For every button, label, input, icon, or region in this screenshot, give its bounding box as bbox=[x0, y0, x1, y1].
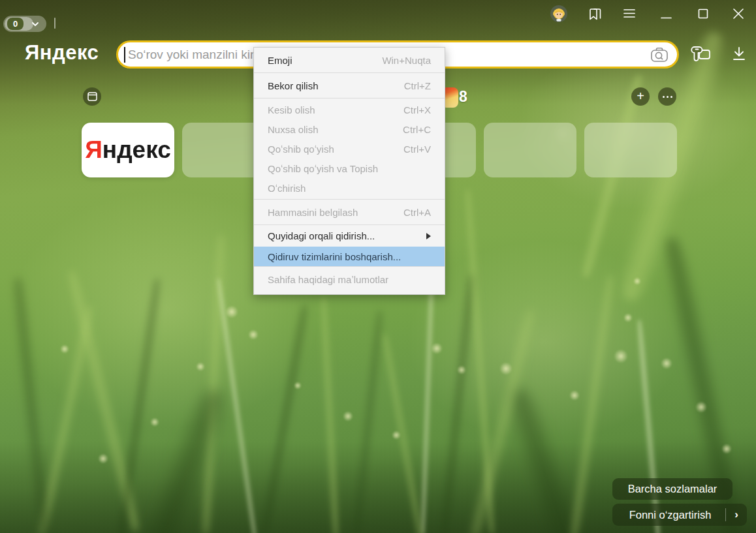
grass-blade bbox=[635, 320, 663, 533]
grass-blade bbox=[439, 274, 477, 533]
bookmarks-icon[interactable] bbox=[586, 5, 603, 22]
bokeh-light bbox=[623, 313, 633, 322]
menu-item-delete: Oʻchirish bbox=[254, 178, 445, 198]
bokeh-light bbox=[499, 362, 512, 375]
yandex-toolbar-logo[interactable]: Яндекс bbox=[25, 41, 99, 65]
bokeh-light bbox=[614, 349, 628, 363]
menu-item-copy: Nuxsa olish Ctrl+C bbox=[254, 119, 445, 139]
yandex-tile-logo: Яндекс bbox=[85, 136, 171, 164]
tile-yandex[interactable]: Яндекс bbox=[82, 123, 174, 177]
hamburger-menu-icon[interactable] bbox=[623, 8, 635, 18]
bokeh-light bbox=[392, 431, 401, 440]
bokeh-light bbox=[343, 411, 353, 421]
tile-5[interactable] bbox=[484, 123, 576, 177]
menu-item-cut: Kesib olish Ctrl+X bbox=[254, 100, 445, 119]
bokeh-light bbox=[695, 401, 707, 413]
notification-count: 8 bbox=[459, 87, 467, 107]
grass-blade bbox=[259, 304, 310, 533]
more-options-button[interactable] bbox=[658, 87, 676, 106]
toolbar-divider bbox=[54, 18, 55, 29]
bokeh-light bbox=[721, 444, 732, 454]
bokeh-light bbox=[196, 362, 205, 371]
chevron-right-icon[interactable]: › bbox=[726, 508, 747, 521]
download-icon[interactable] bbox=[729, 45, 749, 63]
minimize-button[interactable] bbox=[661, 17, 672, 19]
bokeh-light bbox=[431, 343, 443, 354]
close-button[interactable] bbox=[732, 8, 744, 20]
grass-blade bbox=[11, 277, 52, 533]
bokeh-light bbox=[569, 390, 580, 401]
grass-blade bbox=[319, 297, 340, 533]
add-tile-button[interactable]: + bbox=[631, 87, 650, 106]
submenu-arrow-icon bbox=[426, 233, 431, 239]
profile-avatar[interactable] bbox=[550, 5, 567, 22]
tab-count-badge: 0 bbox=[7, 18, 24, 30]
ellipsis-icon bbox=[663, 96, 672, 98]
bokeh-light bbox=[248, 329, 259, 340]
menu-item-emoji[interactable]: Emoji Win+Nuqta bbox=[254, 48, 445, 72]
context-menu: Emoji Win+Nuqta Bekor qilish Ctrl+Z Kesi… bbox=[253, 47, 445, 295]
bokeh-light bbox=[457, 365, 466, 374]
menu-item-manage-search-engines[interactable]: Qidiruv tizimlarini boshqarish... bbox=[254, 247, 445, 266]
menu-item-select-all: Hammasini belgilash Ctrl+A bbox=[254, 200, 445, 224]
menu-item-page-info: Sahifa haqidagi maʼlumotlar bbox=[254, 267, 445, 292]
grass-blade bbox=[353, 310, 385, 533]
text-caret bbox=[124, 47, 125, 63]
bokeh-light bbox=[294, 382, 302, 389]
image-search-icon[interactable] bbox=[650, 46, 669, 64]
menu-item-search-with[interactable]: Quyidagi orqali qidirish... bbox=[254, 225, 445, 247]
bokeh-light bbox=[633, 277, 641, 285]
chevron-down-icon[interactable] bbox=[31, 22, 39, 27]
menu-edit-group: Kesib olish Ctrl+X Nuxsa olish Ctrl+C Qo… bbox=[254, 99, 445, 199]
browser-window: 0 Яндекс bbox=[0, 0, 756, 533]
bokeh-light bbox=[60, 344, 69, 354]
menu-item-paste: Qoʻshib qoʻyish Ctrl+V bbox=[254, 139, 445, 159]
extensions-icon[interactable] bbox=[690, 44, 715, 66]
menu-item-undo[interactable]: Bekor qilish Ctrl+Z bbox=[254, 73, 445, 98]
change-background-button[interactable]: Fonni oʻzgartirish › bbox=[612, 504, 747, 526]
grass-blade bbox=[568, 275, 617, 533]
maximize-button[interactable] bbox=[698, 8, 708, 19]
grass-blade bbox=[200, 235, 227, 533]
all-settings-button[interactable]: Barcha sozlamalar bbox=[612, 478, 732, 500]
tile-6[interactable] bbox=[584, 123, 677, 177]
bokeh-light bbox=[225, 305, 238, 318]
bokeh-light bbox=[661, 358, 672, 369]
grass-blade bbox=[381, 333, 426, 533]
tableau-board-button[interactable] bbox=[83, 87, 101, 106]
bokeh-light bbox=[150, 418, 159, 427]
menu-item-paste-and-search: Qoʻshib qoʻyish va Topish bbox=[254, 159, 445, 178]
bokeh-light bbox=[98, 453, 108, 464]
tab-counter-button[interactable]: 0 bbox=[3, 16, 46, 32]
